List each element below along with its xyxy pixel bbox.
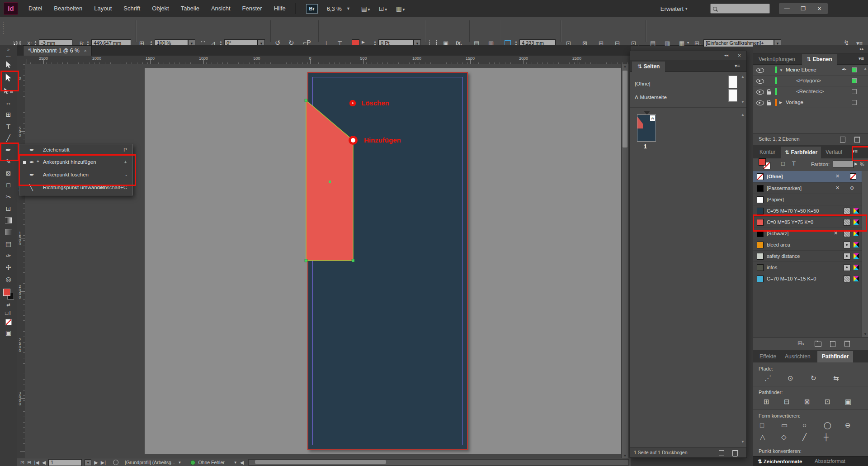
tool-direct-selection[interactable] xyxy=(0,71,17,85)
convert-polygon-icon[interactable]: ◇ xyxy=(781,433,787,441)
tab-absatzformat[interactable]: Absatzformat xyxy=(815,458,845,464)
convert-bevel-icon[interactable]: ⊖ xyxy=(845,421,851,429)
align-left-icon[interactable]: ▤ xyxy=(650,40,656,47)
menu-layout[interactable]: Layout xyxy=(88,0,118,17)
align-right-icon[interactable]: ▦ xyxy=(679,40,684,47)
arrange-documents-icon[interactable]: ▥▼ xyxy=(396,5,406,12)
layer-row[interactable]: <Polygon> xyxy=(753,76,868,86)
panel-menu-icon[interactable]: ▾≡ xyxy=(859,56,864,62)
expand-panel-icon[interactable]: » xyxy=(0,45,17,53)
ruler-origin-box[interactable] xyxy=(17,56,25,65)
export-icon[interactable]: ⊟ xyxy=(27,460,31,466)
minimize-button[interactable]: — xyxy=(779,3,795,14)
fill-proxy[interactable] xyxy=(759,158,766,166)
swatch-row[interactable]: infos xyxy=(753,262,862,273)
panel-menu-icon[interactable]: ▾≡ xyxy=(735,63,740,69)
screen-mode-button[interactable]: ▣ xyxy=(0,327,17,338)
tool-rectangle[interactable]: □ xyxy=(0,179,17,191)
layer-row[interactable]: ▼ Meine Ebene ✒ ▲ xyxy=(753,65,868,76)
fill-stroke-proxy[interactable] xyxy=(3,289,14,300)
intersect-shapes-icon[interactable]: ⊠ xyxy=(804,398,810,406)
apply-container-text-buttons[interactable]: □T xyxy=(0,309,17,318)
layer-selection-square[interactable] xyxy=(852,67,857,72)
restore-button[interactable]: ❐ xyxy=(795,3,811,14)
tool-gradient-feather[interactable] xyxy=(0,226,17,238)
tab-effekte[interactable]: Effekte xyxy=(760,353,776,360)
scroll-down-icon[interactable]: ▼ xyxy=(741,440,745,444)
bridge-icon[interactable]: Br xyxy=(306,4,318,14)
tool-pencil[interactable]: ✎ xyxy=(0,156,17,167)
scroll-down-icon[interactable]: ▼ xyxy=(741,100,745,104)
layer-name[interactable]: Vorlage xyxy=(786,100,803,105)
join-path-icon[interactable]: ⋰ xyxy=(764,374,771,382)
tab-verknuepfungen[interactable]: Verknüpfungen xyxy=(759,56,795,62)
scroll-up-icon[interactable]: ▲ xyxy=(741,113,745,117)
close-icon[interactable]: × xyxy=(84,46,87,56)
last-page-icon[interactable]: ▶| xyxy=(101,460,106,466)
chevron-right-icon[interactable]: ▶ xyxy=(779,100,782,105)
tab-ausrichten[interactable]: Ausrichten xyxy=(785,353,811,360)
layer-row[interactable]: ▶ Vorlage xyxy=(753,97,868,108)
preview-mode-icon[interactable] xyxy=(113,460,118,465)
tool-pen[interactable]: ✒ xyxy=(0,144,17,156)
apply-to-text-icon[interactable]: T xyxy=(792,160,796,167)
menu-objekt[interactable]: Objekt xyxy=(146,0,175,17)
visibility-eye-icon[interactable] xyxy=(756,100,764,105)
menu-fenster[interactable]: Fenster xyxy=(236,0,268,17)
menu-tabelle[interactable]: Tabelle xyxy=(175,0,205,17)
chevron-down-icon[interactable]: ▼ xyxy=(346,6,350,11)
menu-bearbeiten[interactable]: Bearbeiten xyxy=(48,0,88,17)
new-swatch-icon[interactable] xyxy=(830,341,835,347)
master-thumbnail[interactable] xyxy=(728,89,737,102)
search-input[interactable] xyxy=(710,4,770,14)
trash-icon[interactable] xyxy=(844,341,850,347)
convert-ellipse-icon[interactable]: ○ xyxy=(802,421,807,429)
tool-gap[interactable]: ↔ xyxy=(0,97,17,109)
visibility-eye-icon[interactable] xyxy=(756,68,764,73)
swatch-row[interactable]: C=95 M=70 Y=50 K=50 xyxy=(753,205,862,217)
layer-row[interactable]: <Rechteck> xyxy=(753,86,868,97)
menu-hilfe[interactable]: Hilfe xyxy=(268,0,292,17)
swatch-scrollbar[interactable]: ▼ xyxy=(862,284,868,337)
new-spread-icon[interactable] xyxy=(719,450,724,456)
previous-page-icon[interactable]: ◀ xyxy=(42,460,46,466)
close-icon[interactable]: × xyxy=(738,52,741,59)
tab-seiten[interactable]: ⇅ Seiten xyxy=(632,62,665,72)
layer-selection-square[interactable] xyxy=(852,78,857,83)
scroll-up-icon[interactable]: ▲ xyxy=(741,75,745,79)
layer-selection-square[interactable] xyxy=(852,89,857,94)
layer-name[interactable]: <Polygon> xyxy=(796,78,821,83)
vertical-ruler[interactable]: 0 500 1000 1500 2000 2500 3000 xyxy=(17,64,25,458)
swatch-row[interactable]: safety distance xyxy=(753,250,862,262)
menu-item-ankerpunkt-loeschen[interactable]: ✒− Ankerpunkt löschen - xyxy=(19,169,132,181)
align-center-icon[interactable]: ▥ xyxy=(665,40,670,47)
exclude-overlap-icon[interactable]: ⊡ xyxy=(825,398,830,406)
collapse-panel-icon[interactable]: ◂◂ xyxy=(724,53,728,57)
screen-mode-icon[interactable]: ⊡▼ xyxy=(379,5,388,12)
tool-page[interactable]: ▤ xyxy=(0,85,17,97)
preflight-status-text[interactable]: Ohne Fehler xyxy=(198,460,224,465)
visibility-eye-icon[interactable] xyxy=(756,90,764,95)
swatch-scrollbar[interactable] xyxy=(862,171,868,284)
tool-hand[interactable]: ✣ xyxy=(0,262,17,273)
first-page-icon[interactable]: |◀ xyxy=(34,460,39,466)
page-number-label[interactable]: 1 xyxy=(644,143,647,150)
lock-icon[interactable] xyxy=(767,102,771,105)
trash-icon[interactable] xyxy=(854,137,860,143)
view-options-icon[interactable]: ▤▼ xyxy=(361,5,371,12)
panel-menu-icon[interactable]: ▾≡ xyxy=(852,148,858,154)
swap-fill-stroke-icon[interactable]: ⇄ xyxy=(0,300,17,309)
scroll-up-icon[interactable]: ▲ xyxy=(863,67,867,71)
layer-name[interactable]: <Rechteck> xyxy=(796,89,824,94)
document-tab[interactable]: *Unbenannt-1 @ 6 % × xyxy=(23,45,92,56)
tab-ebenen[interactable]: ⇅ Ebenen xyxy=(802,54,837,65)
subtract-shapes-icon[interactable]: ⊟ xyxy=(784,398,790,406)
menu-ansicht[interactable]: Ansicht xyxy=(205,0,236,17)
zoom-level-select[interactable]: 6,3 % xyxy=(327,5,342,12)
preflight-panel-icon[interactable]: ⊡ xyxy=(20,460,24,466)
swatch-row[interactable]: bleed area xyxy=(753,239,862,251)
new-color-group-icon[interactable] xyxy=(815,342,821,347)
chevron-down-icon[interactable]: ▾ xyxy=(685,6,688,11)
reverse-path-icon[interactable]: ⇆ xyxy=(833,374,839,382)
scroll-down-icon[interactable]: ▼ xyxy=(622,454,628,458)
